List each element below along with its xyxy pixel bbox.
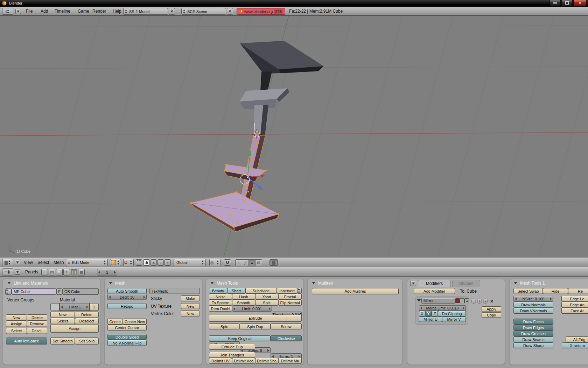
vgroup-new-button[interactable]: New	[6, 314, 27, 321]
vgroup-delete-button[interactable]: Delete	[27, 314, 47, 321]
modifier-expand-icon[interactable]	[417, 299, 421, 302]
object-name-field[interactable]: OB:Cube	[62, 288, 99, 295]
center-button[interactable]: Center	[107, 319, 123, 325]
keep-original-toggle[interactable]: Keep Original	[209, 335, 271, 341]
autotexspace-toggle[interactable]: AutoTexSpace	[6, 338, 47, 345]
delimit-vcol-toggle[interactable]: Delimit Vco	[232, 358, 255, 364]
vgroup-assign-button[interactable]: Assign	[6, 321, 27, 327]
material-help-button[interactable]: ?	[90, 303, 99, 311]
restore-button[interactable]	[561, 0, 573, 6]
face-area-toggle[interactable]: Face Ar	[561, 308, 588, 314]
close-button[interactable]: ✕	[573, 0, 587, 6]
draw-type-dropdown[interactable]	[110, 259, 121, 266]
vgroup-remove-button[interactable]: Remove	[27, 321, 47, 327]
smooth-button[interactable]: Smooth	[232, 300, 255, 306]
header-collapse-button[interactable]	[15, 9, 21, 14]
flip-normal-button[interactable]: Flip Normal	[278, 300, 302, 306]
extrude-dup-button[interactable]: Extrude Dup	[209, 344, 255, 350]
all-edges-toggle[interactable]: All Edg	[566, 336, 588, 342]
hash-button[interactable]: Hash	[232, 294, 255, 300]
panel-collapse-icon[interactable]	[7, 282, 11, 284]
menu-file[interactable]: File	[26, 7, 33, 16]
center-new-button[interactable]: Center New	[123, 319, 147, 325]
panel-title[interactable]: Mesh Tools 1	[520, 281, 545, 286]
set-solid-button[interactable]: Set Solid	[75, 338, 99, 345]
vgroup-select-button[interactable]: Select	[6, 328, 27, 334]
vgroup-deselect-button[interactable]: Desel.	[27, 328, 47, 334]
retopo-toggle[interactable]: Retopo	[107, 303, 147, 309]
uv-texture-new-button[interactable]: New	[181, 303, 200, 309]
header-collapse-button[interactable]	[15, 269, 20, 275]
merge-limit-slider[interactable]: Merge Limit: 0.0010	[419, 305, 466, 311]
rem-doubles-button[interactable]: Rem Doubl	[209, 306, 232, 312]
modifier-copy-button[interactable]: Copy	[482, 312, 501, 318]
scene-selector[interactable]: SCE:Scene	[181, 8, 226, 15]
mirror-z-toggle[interactable]: Z	[432, 311, 438, 316]
mesh-name-field[interactable]: ME:Cube	[12, 288, 56, 295]
draw-normals-toggle[interactable]: Draw Normals	[513, 302, 553, 308]
panel-title[interactable]: Mesh	[115, 281, 125, 286]
orientation-dropdown[interactable]: Global	[174, 259, 206, 266]
hide-button[interactable]: Hide	[543, 288, 568, 294]
lamp-context-button[interactable]: ◔	[41, 269, 48, 275]
mirror-u-toggle[interactable]: Mirror U	[419, 316, 442, 322]
scene-context-button[interactable]: ▤	[49, 269, 55, 275]
menu-add[interactable]: Add	[41, 7, 48, 16]
editor-type-button[interactable]: i	[2, 8, 13, 15]
editor-type-button[interactable]: ≡	[2, 268, 13, 275]
add-multires-button[interactable]: Add Multires	[312, 288, 399, 294]
subdivide-button[interactable]: Subdivide	[245, 288, 277, 294]
panels-menu[interactable]: Panels	[25, 268, 38, 277]
tab-modifiers[interactable]: Modifiers	[418, 280, 451, 287]
edge-select-button[interactable]: ╱	[242, 259, 249, 266]
pivot-dropdown[interactable]: Ω	[123, 259, 134, 266]
material-color-swatch[interactable]	[50, 303, 59, 311]
modifier-name-field[interactable]: Mirror	[421, 298, 455, 304]
occlude-geometry-button[interactable]: ▧	[255, 259, 262, 266]
panel-collapse-icon[interactable]	[210, 282, 214, 284]
mirror-v-toggle[interactable]: Mirror V	[442, 316, 466, 322]
screen-selector[interactable]: SR:2-Model	[123, 8, 168, 15]
draw-seams-toggle[interactable]: Draw Seams	[513, 336, 553, 342]
face-select-button[interactable]: ▲	[249, 259, 255, 266]
frame-number-field[interactable]: 1	[97, 269, 117, 275]
material-index-slider[interactable]: 1 Mat 1	[59, 303, 90, 311]
material-deselect-button[interactable]: Deselect	[75, 318, 99, 324]
innervert-button[interactable]: Innervert	[277, 288, 297, 294]
menu-timeline[interactable]: Timeline	[55, 7, 70, 16]
nsize-slider[interactable]: NSize: 0.100	[513, 296, 553, 302]
grab-hand-button[interactable]	[144, 259, 150, 266]
panel-collapse-icon[interactable]	[109, 282, 112, 284]
noise-button[interactable]: Noise	[209, 294, 232, 300]
scale-manipulator-button[interactable]: ■	[164, 259, 171, 266]
no-vnormal-flip-toggle[interactable]: No V.Normal Flip	[107, 340, 147, 346]
material-context-button[interactable]	[56, 269, 63, 275]
reveal-button[interactable]: Re	[568, 288, 588, 294]
modifier-move-up-button[interactable]: ∧	[477, 299, 482, 304]
panel-collapse-icon[interactable]	[514, 282, 517, 284]
mirror-x-toggle[interactable]: X	[419, 311, 425, 316]
spin-button[interactable]: Spin	[209, 323, 240, 329]
menu-help[interactable]: Help	[113, 7, 121, 16]
scene-delete-button[interactable]: ✕	[227, 8, 233, 15]
spin-dup-button[interactable]: Spin Dup	[240, 323, 271, 329]
auto-smooth-toggle[interactable]: Auto Smooth	[107, 288, 147, 294]
render-preview-button[interactable]: ▨	[270, 259, 278, 266]
vertex-color-new-button[interactable]: New	[181, 311, 200, 316]
modifier-render-toggle-icon[interactable]	[455, 298, 460, 303]
do-clipping-toggle[interactable]: Do Clipping	[438, 311, 466, 316]
delimit-sharp-toggle[interactable]: Delimit Sha	[255, 358, 278, 364]
split-button[interactable]: Split	[255, 300, 278, 306]
material-assign-button[interactable]: Assign	[50, 324, 99, 333]
sticky-make-button[interactable]: Make	[181, 295, 200, 301]
material-select-button[interactable]: Select	[50, 318, 75, 324]
modifier-circle-button[interactable]	[471, 299, 476, 304]
modifier-realtime-toggle-icon[interactable]	[464, 298, 469, 303]
menu-mesh[interactable]: Mesh	[54, 258, 64, 267]
editor-type-button[interactable]: ▦	[2, 259, 13, 266]
double-sided-toggle[interactable]: Double Sided	[107, 334, 147, 340]
material-delete-button[interactable]: Delete	[75, 312, 99, 318]
minimize-button[interactable]	[550, 0, 561, 6]
xsort-button[interactable]: Xsort	[255, 294, 278, 300]
proportional-edit-dropdown[interactable]: ◎	[209, 259, 220, 266]
